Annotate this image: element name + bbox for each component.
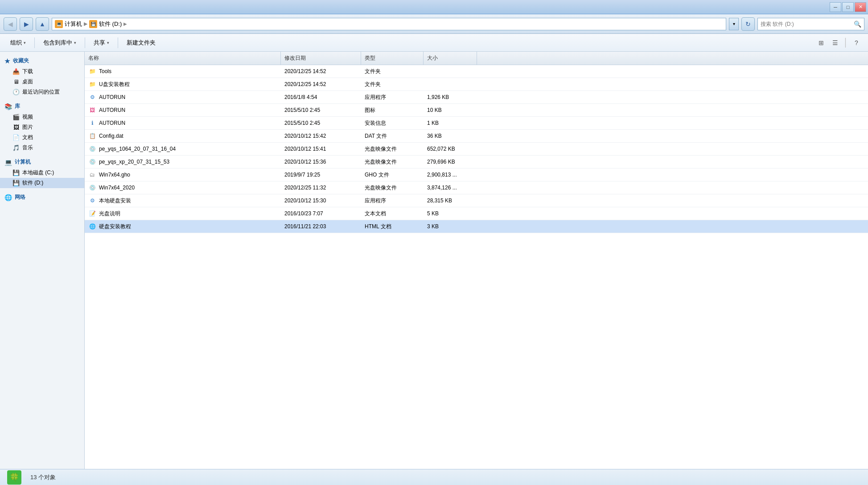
sidebar-favorites-header[interactable]: ★ 收藏夹 bbox=[0, 55, 84, 66]
status-bar: 🍀 13 个对象 bbox=[0, 469, 868, 485]
sidebar-library-header[interactable]: 📚 库 bbox=[0, 101, 84, 112]
file-type-cell: 光盘映像文件 bbox=[361, 181, 424, 194]
search-icon[interactable]: 🔍 bbox=[854, 21, 861, 28]
col-modified[interactable]: 修改日期 bbox=[281, 52, 361, 65]
view-options-button[interactable]: ⊞ bbox=[815, 37, 827, 49]
file-name: 本地硬盘安装 bbox=[99, 197, 131, 205]
file-type-cell: 文件夹 bbox=[361, 65, 424, 78]
table-row[interactable]: 📁 U盘安装教程 2020/12/25 14:52 文件夹 bbox=[85, 78, 868, 91]
file-list: 名称 修改日期 类型 大小 📁 Tools 2020/12/25 14:52 文… bbox=[85, 52, 868, 469]
table-row[interactable]: 🗂 Win7x64.gho 2019/9/7 19:25 GHO 文件 2,90… bbox=[85, 169, 868, 181]
col-name[interactable]: 名称 bbox=[85, 52, 281, 65]
file-type: 安装信息 bbox=[365, 119, 386, 127]
sidebar-item-music[interactable]: 🎵 音乐 bbox=[0, 143, 84, 153]
images-icon: 🖼 bbox=[12, 124, 20, 131]
table-row[interactable]: 📋 Config.dat 2020/10/12 15:42 DAT 文件 36 … bbox=[85, 130, 868, 143]
file-size: 652,072 KB bbox=[427, 146, 455, 152]
file-size: 36 KB bbox=[427, 133, 442, 139]
file-icon: 📋 bbox=[88, 132, 96, 140]
music-icon: 🎵 bbox=[12, 144, 20, 152]
file-icon: 🌐 bbox=[88, 222, 96, 230]
table-row[interactable]: 💿 pe_yqs_xp_20_07_31_15_53 2020/10/12 15… bbox=[85, 156, 868, 169]
col-size[interactable]: 大小 bbox=[424, 52, 477, 65]
file-type: 光盘映像文件 bbox=[365, 158, 397, 166]
sidebar-section-library: 📚 库 🎬 视频 🖼 图片 📄 文档 🎵 音乐 bbox=[0, 101, 84, 153]
sidebar-item-ddrive[interactable]: 💾 软件 (D:) bbox=[0, 178, 84, 188]
favorites-label: 收藏夹 bbox=[13, 57, 29, 65]
minimize-button[interactable]: ─ bbox=[830, 2, 841, 12]
table-row[interactable]: 📁 Tools 2020/12/25 14:52 文件夹 bbox=[85, 65, 868, 78]
file-name: 光盘说明 bbox=[99, 210, 120, 218]
docs-icon: 📄 bbox=[12, 134, 20, 141]
breadcrumb-arrow[interactable]: ▶ bbox=[123, 21, 127, 26]
breadcrumb-drive[interactable]: 软件 (D:) bbox=[99, 20, 122, 28]
favorites-icon: ★ bbox=[4, 58, 10, 65]
file-name: pe_yqs_xp_20_07_31_15_53 bbox=[99, 159, 169, 165]
table-row[interactable]: ℹ AUTORUN 2015/5/10 2:45 安装信息 1 KB bbox=[85, 117, 868, 130]
file-size: 10 KB bbox=[427, 107, 442, 113]
sidebar: ★ 收藏夹 📥 下载 🖥 桌面 🕐 最近访问的位置 📚 库 bbox=[0, 52, 85, 469]
share-button[interactable]: 共享 ▾ bbox=[89, 36, 114, 49]
col-type[interactable]: 类型 bbox=[361, 52, 424, 65]
sidebar-network-header[interactable]: 🌐 网络 bbox=[0, 192, 84, 203]
maximize-button[interactable]: □ bbox=[842, 2, 854, 12]
file-name: Config.dat bbox=[99, 133, 123, 139]
new-folder-button[interactable]: 新建文件夹 bbox=[122, 36, 160, 49]
close-button[interactable]: ✕ bbox=[855, 2, 866, 12]
table-row[interactable]: ⚙ AUTORUN 2016/1/8 4:54 应用程序 1,926 KB bbox=[85, 91, 868, 104]
sidebar-item-images[interactable]: 🖼 图片 bbox=[0, 122, 84, 132]
sidebar-section-computer: 💻 计算机 💾 本地磁盘 (C:) 💾 软件 (D:) bbox=[0, 156, 84, 188]
sidebar-item-desktop[interactable]: 🖥 桌面 bbox=[0, 77, 84, 87]
file-type-cell: DAT 文件 bbox=[361, 130, 424, 142]
toolbar-sep: │ bbox=[843, 38, 848, 47]
file-size-cell: 10 KB bbox=[424, 104, 477, 116]
search-bar[interactable]: 🔍 bbox=[757, 18, 864, 30]
table-row[interactable]: 📝 光盘说明 2016/10/23 7:07 文本文档 5 KB bbox=[85, 207, 868, 220]
file-name: AUTORUN bbox=[99, 120, 125, 126]
file-name: 硬盘安装教程 bbox=[99, 223, 131, 230]
file-icon: 📝 bbox=[88, 210, 96, 218]
view-toggle-button[interactable]: ☰ bbox=[829, 37, 842, 49]
sidebar-item-docs[interactable]: 📄 文档 bbox=[0, 132, 84, 143]
sidebar-computer-header[interactable]: 💻 计算机 bbox=[0, 156, 84, 168]
file-icon: 📁 bbox=[88, 67, 96, 75]
breadcrumb[interactable]: 💻 计算机 ▶ 💾 软件 (D:) ▶ bbox=[52, 18, 726, 30]
library-icon: 📚 bbox=[4, 103, 12, 110]
file-type-cell: 应用程序 bbox=[361, 194, 424, 207]
library-button[interactable]: 包含到库中 ▾ bbox=[38, 36, 81, 49]
file-type-cell: 光盘映像文件 bbox=[361, 143, 424, 155]
back-button[interactable]: ◀ bbox=[4, 17, 17, 31]
forward-button[interactable]: ▶ bbox=[20, 17, 33, 31]
file-name-cell: ⚙ 本地硬盘安装 bbox=[85, 194, 281, 207]
sidebar-item-downloads[interactable]: 📥 下载 bbox=[0, 66, 84, 77]
organize-button[interactable]: 组织 ▾ bbox=[5, 36, 31, 49]
breadcrumb-sep-1: ▶ bbox=[84, 21, 87, 27]
file-modified: 2015/5/10 2:45 bbox=[284, 120, 320, 126]
table-row[interactable]: 💿 Win7x64_2020 2020/12/25 11:32 光盘映像文件 3… bbox=[85, 181, 868, 194]
file-modified-cell: 2020/12/25 14:52 bbox=[281, 78, 361, 90]
search-input[interactable] bbox=[761, 21, 854, 27]
up-button[interactable]: ▲ bbox=[36, 17, 49, 31]
toolbar: 组织 ▾ 包含到库中 ▾ 共享 ▾ 新建文件夹 ⊞ ☰ │ ? bbox=[0, 34, 868, 52]
refresh-button[interactable]: ↻ bbox=[741, 17, 755, 31]
sidebar-section-favorites: ★ 收藏夹 📥 下载 🖥 桌面 🕐 最近访问的位置 bbox=[0, 55, 84, 97]
file-name-cell: 💿 pe_yqs_xp_20_07_31_15_53 bbox=[85, 156, 281, 168]
table-row[interactable]: 🌐 硬盘安装教程 2016/11/21 22:03 HTML 文档 3 KB bbox=[85, 220, 868, 233]
sidebar-item-cdrive[interactable]: 💾 本地磁盘 (C:) bbox=[0, 168, 84, 178]
computer-section-label: 计算机 bbox=[15, 158, 31, 166]
file-type: DAT 文件 bbox=[365, 132, 387, 140]
breadcrumb-computer[interactable]: 计算机 bbox=[65, 20, 82, 28]
file-icon: 📁 bbox=[88, 80, 96, 88]
address-dropdown[interactable]: ▾ bbox=[729, 18, 739, 30]
help-button[interactable]: ? bbox=[850, 37, 863, 49]
library-arrow: ▾ bbox=[74, 41, 76, 45]
file-size-cell: 2,900,813 ... bbox=[424, 169, 477, 181]
table-row[interactable]: 🖼 AUTORUN 2015/5/10 2:45 图标 10 KB bbox=[85, 104, 868, 117]
downloads-label: 下载 bbox=[22, 68, 33, 75]
file-name: pe_yqs_1064_20_07_31_16_04 bbox=[99, 146, 176, 152]
sidebar-item-video[interactable]: 🎬 视频 bbox=[0, 112, 84, 122]
table-row[interactable]: ⚙ 本地硬盘安装 2020/10/12 15:30 应用程序 28,315 KB bbox=[85, 194, 868, 207]
ddrive-icon: 💾 bbox=[12, 180, 20, 187]
table-row[interactable]: 💿 pe_yqs_1064_20_07_31_16_04 2020/10/12 … bbox=[85, 143, 868, 156]
sidebar-item-recent[interactable]: 🕐 最近访问的位置 bbox=[0, 87, 84, 97]
